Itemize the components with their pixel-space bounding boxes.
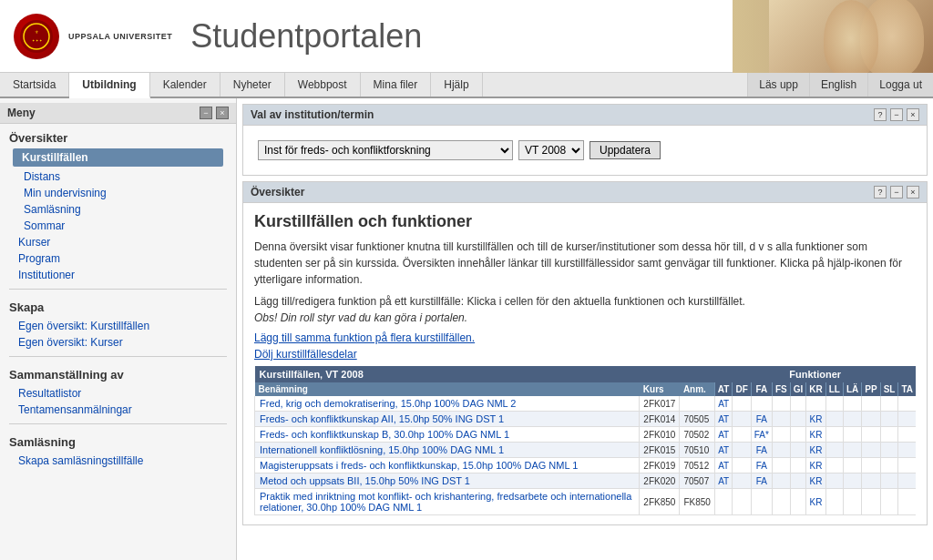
table-row: Internationell konfliktlösning, 15.0hp 1… bbox=[255, 443, 917, 458]
table-cell[interactable]: FA* bbox=[751, 427, 772, 443]
table-cell: 2FK017 bbox=[640, 396, 680, 412]
table-cell: 70502 bbox=[680, 427, 714, 443]
course-table-body: Fred, krig och demokratisering, 15.0hp 1… bbox=[255, 396, 917, 515]
table-cell[interactable]: KR bbox=[806, 473, 825, 489]
table-row: Freds- och konfliktkunskap AII, 15.0hp 5… bbox=[255, 412, 917, 427]
table-row: Fred, krig och demokratisering, 15.0hp 1… bbox=[255, 396, 917, 412]
sidebar-minimize-icon[interactable]: − bbox=[200, 107, 212, 119]
svg-text:⚜: ⚜ bbox=[35, 30, 38, 35]
table-cell bbox=[898, 412, 916, 427]
sidebar-item-distans[interactable]: Distans bbox=[9, 168, 227, 185]
col-header-anm: Anm. bbox=[680, 382, 714, 396]
table-cell-name[interactable]: Praktik med inriktning mot konflikt- och… bbox=[255, 489, 640, 515]
table-cell[interactable]: KR bbox=[806, 412, 825, 427]
term-select[interactable]: VT 2008 bbox=[518, 140, 584, 160]
sidebar-item-program[interactable]: Program bbox=[9, 250, 227, 267]
oversikter-heading: Kurstillfällen och funktioner bbox=[254, 212, 916, 231]
table-cell bbox=[733, 473, 751, 489]
table-cell bbox=[862, 443, 880, 458]
nav-utbildning[interactable]: Utbildning bbox=[69, 73, 149, 98]
table-cell-name[interactable]: Freds- och konfliktkunskap B, 30.0hp 100… bbox=[255, 427, 640, 443]
sidebar-item-sommar[interactable]: Sommar bbox=[9, 218, 227, 234]
inst-panel-help-icon[interactable]: ? bbox=[874, 108, 887, 121]
table-cell-name[interactable]: Freds- och konfliktkunskap AII, 15.0hp 5… bbox=[255, 412, 640, 427]
table-cell[interactable]: FA bbox=[751, 443, 772, 458]
table-cell[interactable]: KR bbox=[806, 443, 825, 458]
oversikter-help-icon[interactable]: ? bbox=[874, 186, 887, 199]
nav-logga-ut[interactable]: Logga ut bbox=[867, 73, 933, 97]
table-cell bbox=[751, 396, 772, 412]
hide-link[interactable]: Dölj kurstillfällesdelar bbox=[254, 348, 916, 361]
nav-mina-filer[interactable]: Mina filer bbox=[361, 73, 432, 97]
table-cell bbox=[772, 443, 790, 458]
table-cell[interactable]: AT bbox=[714, 458, 733, 473]
sidebar-item-kurstillfallen[interactable]: Kurstillfällen bbox=[13, 148, 223, 167]
logo-area: ⚜ ✦ ✦ ✦ UPPSALA UNIVERSITET Studentporta… bbox=[0, 5, 436, 68]
table-cell bbox=[843, 473, 861, 489]
table-cell[interactable]: FA bbox=[751, 412, 772, 427]
table-cell[interactable]: KR bbox=[806, 489, 825, 515]
table-cell bbox=[733, 489, 751, 515]
table-cell-name[interactable]: Fred, krig och demokratisering, 15.0hp 1… bbox=[255, 396, 640, 412]
table-cell bbox=[862, 396, 880, 412]
nav-nyheter[interactable]: Nyheter bbox=[220, 73, 285, 97]
inst-panel-close-icon[interactable]: × bbox=[907, 108, 919, 121]
table-cell bbox=[898, 427, 916, 443]
inst-panel-body: Inst för freds- och konfliktforskning VT… bbox=[243, 126, 927, 175]
table-cell-name[interactable]: Metod och uppsats BII, 15.0hp 50% ING DS… bbox=[255, 473, 640, 489]
nav-webbpost[interactable]: Webbpost bbox=[285, 73, 361, 97]
oversikter-desc2-text: Lägg till/redigera funktion på ett kurst… bbox=[254, 295, 745, 308]
table-cell[interactable]: AT bbox=[714, 427, 733, 443]
nav-startsida[interactable]: Startsida bbox=[0, 73, 69, 97]
institution-select[interactable]: Inst för freds- och konfliktforskning bbox=[258, 140, 513, 160]
table-cell[interactable]: AT bbox=[714, 396, 733, 412]
sidebar-item-resultatlistor[interactable]: Resultatlistor bbox=[9, 385, 227, 402]
table-cell bbox=[806, 396, 825, 412]
table-cell bbox=[772, 396, 790, 412]
table-cell[interactable]: KR bbox=[806, 427, 825, 443]
sidebar-item-samlasning[interactable]: Samläsning bbox=[9, 201, 227, 218]
nav-hjalp[interactable]: Hjälp bbox=[431, 73, 482, 97]
sidebar-item-egen-oversikt-kurser[interactable]: Egen översikt: Kurser bbox=[9, 334, 227, 351]
table-cell bbox=[898, 396, 916, 412]
sidebar-close-icon[interactable]: × bbox=[216, 107, 229, 119]
table-cell[interactable]: FA bbox=[751, 473, 772, 489]
table-cell bbox=[790, 427, 806, 443]
col-header-sl: SL bbox=[880, 382, 898, 396]
col-header-ll: LL bbox=[825, 382, 843, 396]
col-header-ta: TA bbox=[898, 382, 916, 396]
table-cell bbox=[825, 443, 843, 458]
sidebar-section-oversikter: Översikter Kurstillfällen Distans Min un… bbox=[0, 124, 236, 285]
table-cell: 2FK015 bbox=[640, 443, 680, 458]
table-cell-name[interactable]: Magisteruppsats i freds- och konfliktkun… bbox=[255, 458, 640, 473]
table-cell[interactable]: AT bbox=[714, 473, 733, 489]
site-title: Studentportalen bbox=[190, 17, 422, 56]
sidebar-item-institutioner[interactable]: Institutioner bbox=[9, 267, 227, 283]
oversikter-minimize-icon[interactable]: − bbox=[890, 186, 903, 199]
nav-kalender[interactable]: Kalender bbox=[150, 73, 220, 97]
table-cell[interactable]: FA bbox=[751, 458, 772, 473]
nav-english[interactable]: English bbox=[809, 73, 867, 97]
sidebar-item-tentamensanmalningar[interactable]: Tentamensanmälningar bbox=[9, 402, 227, 418]
table-cell[interactable]: AT bbox=[714, 443, 733, 458]
inst-panel: Val av institution/termin ? − × Inst för… bbox=[242, 104, 928, 176]
update-button[interactable]: Uppdatera bbox=[590, 141, 661, 159]
inst-panel-header: Val av institution/termin ? − × bbox=[243, 105, 927, 126]
table-cell bbox=[790, 489, 806, 515]
table-cell bbox=[790, 473, 806, 489]
table-cell[interactable]: AT bbox=[714, 412, 733, 427]
sidebar-item-kurser[interactable]: Kurser bbox=[9, 234, 227, 250]
table-cell[interactable]: KR bbox=[806, 458, 825, 473]
inst-panel-minimize-icon[interactable]: − bbox=[890, 108, 903, 121]
oversikter-close-icon[interactable]: × bbox=[907, 186, 919, 199]
table-cell bbox=[862, 473, 880, 489]
sidebar-item-egen-oversikt-kurstillfallen[interactable]: Egen översikt: Kurstillfällen bbox=[9, 318, 227, 334]
col-header-pp: PP bbox=[862, 382, 880, 396]
sidebar-item-min-undervisning[interactable]: Min undervisning bbox=[9, 185, 227, 201]
table-row: Magisteruppsats i freds- och konfliktkun… bbox=[255, 458, 917, 473]
table-cell-name[interactable]: Internationell konfliktlösning, 15.0hp 1… bbox=[255, 443, 640, 458]
add-function-link[interactable]: Lägg till samma funktion på flera kursti… bbox=[254, 331, 475, 344]
sidebar-item-skapa-samlasning[interactable]: Skapa samläsningstillfälle bbox=[9, 453, 227, 469]
nav-las-upp[interactable]: Läs upp bbox=[747, 73, 809, 97]
table-cell bbox=[843, 443, 861, 458]
